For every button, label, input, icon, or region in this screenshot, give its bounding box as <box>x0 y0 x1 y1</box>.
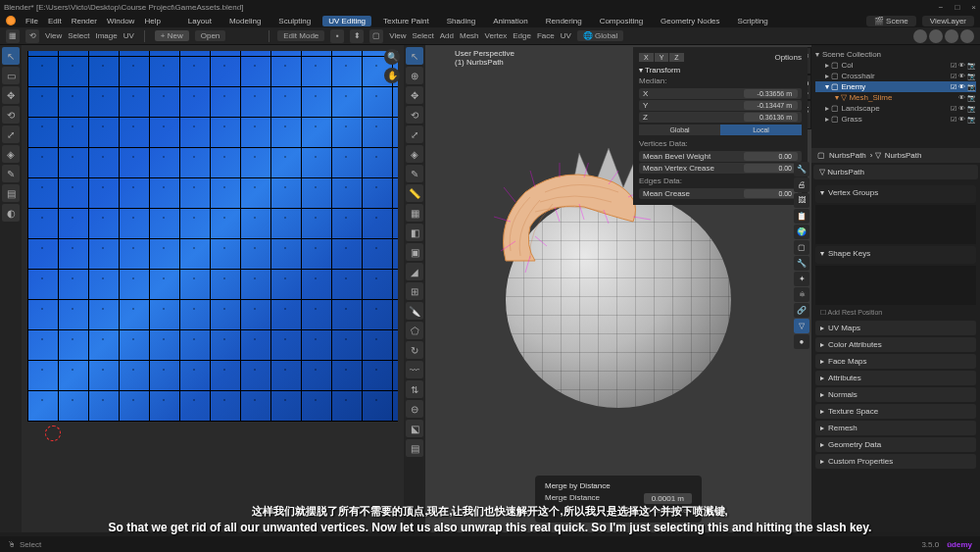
mode-dropdown[interactable]: Edit Mode <box>277 30 324 41</box>
z-field[interactable]: 0.36136 m <box>744 113 798 122</box>
tab-scripting[interactable]: Scripting <box>732 16 774 26</box>
object-tab-icon[interactable]: ▢ <box>794 240 809 255</box>
editor-type-icon[interactable]: ▦ <box>6 29 20 43</box>
tab-modeling[interactable]: Modeling <box>223 16 267 26</box>
vp-move-tool-icon[interactable]: ✥ <box>406 86 423 104</box>
vp-menu-face[interactable]: Face <box>537 31 555 40</box>
crease-field[interactable]: 0.00 <box>744 189 798 198</box>
move-tool-icon[interactable]: ✥ <box>2 86 20 104</box>
menu-window[interactable]: Window <box>107 17 134 25</box>
tab-compositing[interactable]: Compositing <box>594 16 649 26</box>
scale-tool-icon[interactable]: ⤢ <box>2 125 20 143</box>
menu-file[interactable]: File <box>25 17 38 25</box>
uv-editor[interactable]: 🔍 ✋ <box>22 45 404 532</box>
mesh-tab-icon[interactable]: ▽ <box>794 319 809 333</box>
bc-item2[interactable]: NurbsPath <box>885 151 922 160</box>
geometry-data-section[interactable]: ▸ Geometry Data <box>815 437 976 452</box>
constraint-tab-icon[interactable]: 🔗 <box>794 303 809 318</box>
menu-edit[interactable]: Edit <box>48 17 62 25</box>
vp-select-tool-icon[interactable]: ↖ <box>406 47 423 65</box>
vp-knife-tool-icon[interactable]: 🔪 <box>406 302 423 320</box>
rotate-tool-icon[interactable]: ⟲ <box>2 106 20 124</box>
annotate-tool-icon[interactable]: ✎ <box>2 165 20 182</box>
face-maps-section[interactable]: ▸ Face Maps <box>815 354 976 369</box>
add-rest-checkbox[interactable]: ☐ Add Rest Position <box>815 307 976 319</box>
vp-menu-view[interactable]: View <box>389 31 406 40</box>
normals-section[interactable]: ▸ Normals <box>815 387 976 402</box>
bc-item1[interactable]: NurbsPath <box>829 151 866 160</box>
tab-sculpting[interactable]: Sculpting <box>272 16 317 26</box>
tab-texture-paint[interactable]: Texture Paint <box>377 16 435 26</box>
global-toggle[interactable]: Global <box>639 125 720 135</box>
particle-tab-icon[interactable]: ✦ <box>794 272 809 286</box>
tab-geometry-nodes[interactable]: Geometry Nodes <box>655 16 725 26</box>
pill-x[interactable]: X <box>639 53 654 62</box>
menu-render[interactable]: Render <box>72 17 97 25</box>
close-button[interactable]: × <box>971 3 976 12</box>
outliner-item[interactable]: ▸ ▢ Col☑ 👁 📷 <box>815 60 976 71</box>
options-button[interactable]: Options <box>774 53 802 62</box>
zoom-icon[interactable]: 🔍 <box>384 49 400 65</box>
uv-menu-view[interactable]: View <box>45 31 62 40</box>
scene-tab-icon[interactable]: 📋 <box>794 209 809 224</box>
tab-uv-editing[interactable]: UV Editing <box>322 16 371 26</box>
uv-maps-section[interactable]: ▸ UV Maps <box>815 321 976 335</box>
vp-spin-tool-icon[interactable]: ↻ <box>406 341 423 359</box>
physics-tab-icon[interactable]: ⚛ <box>794 287 809 302</box>
local-toggle[interactable]: Local <box>720 125 802 135</box>
vp-slide-tool-icon[interactable]: ⇅ <box>406 380 423 398</box>
minimize-button[interactable]: − <box>939 3 944 12</box>
outliner-scene-collection[interactable]: ▾ Scene Collection <box>815 49 976 60</box>
vp-menu-vertex[interactable]: Vertex <box>485 31 508 40</box>
outliner-item[interactable]: ▸ ▢ Grass☑ 👁 📷 <box>815 114 976 125</box>
vp-menu-uv[interactable]: UV <box>561 31 571 40</box>
pill-y[interactable]: Y <box>655 53 669 62</box>
uv-menu-select[interactable]: Select <box>68 31 89 40</box>
modifier-tab-icon[interactable]: 🔧 <box>794 256 809 271</box>
tab-layout[interactable]: Layout <box>182 16 218 26</box>
vp-transform-tool-icon[interactable]: ◈ <box>406 145 423 163</box>
shading-rendered-icon[interactable] <box>960 29 974 43</box>
vp-measure-tool-icon[interactable]: 📏 <box>406 184 423 202</box>
merge-distance-field[interactable]: 0.0001 m <box>644 493 692 504</box>
rip-tool-icon[interactable]: ▤ <box>2 184 20 202</box>
uv-menu-uv[interactable]: UV <box>123 31 134 40</box>
scene-selector[interactable]: 🎬 Scene <box>866 16 916 26</box>
remesh-section[interactable]: ▸ Remesh <box>815 421 976 435</box>
vp-loopcut-tool-icon[interactable]: ⊞ <box>406 282 423 300</box>
vp-poly-tool-icon[interactable]: ⬠ <box>406 322 423 339</box>
viewlayer-selector[interactable]: ViewLayer <box>922 16 974 26</box>
vcrease-field[interactable]: 0.00 <box>744 164 798 173</box>
render-tab-icon[interactable]: 🔧 <box>794 162 809 176</box>
outliner-item[interactable]: ▸ ▢ Crosshair☑ 👁 📷 <box>815 71 976 81</box>
sync-icon[interactable]: ⟲ <box>25 29 39 43</box>
vp-shrink-tool-icon[interactable]: ⊖ <box>406 400 423 418</box>
pill-z[interactable]: Z <box>669 53 683 62</box>
menu-help[interactable]: Help <box>144 17 160 25</box>
vp-menu-select[interactable]: Select <box>413 31 434 40</box>
uv-grid[interactable] <box>27 51 398 422</box>
x-field[interactable]: -0.33656 m <box>744 89 798 98</box>
vp-cursor-tool-icon[interactable]: ⊕ <box>406 67 423 84</box>
vp-extrude-tool-icon[interactable]: ◧ <box>406 224 423 241</box>
select-tool-icon[interactable]: ▭ <box>2 67 20 84</box>
tab-animation[interactable]: Animation <box>487 16 534 26</box>
vp-menu-edge[interactable]: Edge <box>513 31 531 40</box>
outliner-item[interactable]: ▾ ▽ Mesh_Slime👁 📷 <box>815 92 976 103</box>
new-image-button[interactable]: + New <box>155 30 189 41</box>
material-tab-icon[interactable]: ● <box>794 334 809 349</box>
attributes-section[interactable]: ▸ Attributes <box>815 371 976 385</box>
open-image-button[interactable]: Open <box>195 30 226 41</box>
color-attributes-section[interactable]: ▸ Color Attributes <box>815 337 976 352</box>
grab-tool-icon[interactable]: ◐ <box>2 204 20 222</box>
shading-material-icon[interactable] <box>945 29 958 43</box>
vp-shear-tool-icon[interactable]: ⬕ <box>406 420 423 437</box>
view-tab-icon[interactable]: 🖼 <box>794 193 809 208</box>
shading-solid-icon[interactable] <box>929 29 943 43</box>
object-name-field[interactable]: ▽ NurbsPath <box>813 165 978 179</box>
outliner-item[interactable]: ▸ ▢ Landscape☑ 👁 📷 <box>815 103 976 114</box>
edge-select-icon[interactable]: ⬍ <box>350 29 364 43</box>
vp-smooth-tool-icon[interactable]: 〰 <box>406 361 423 378</box>
face-select-icon[interactable]: ▢ <box>369 29 383 43</box>
shading-wireframe-icon[interactable] <box>913 29 927 43</box>
